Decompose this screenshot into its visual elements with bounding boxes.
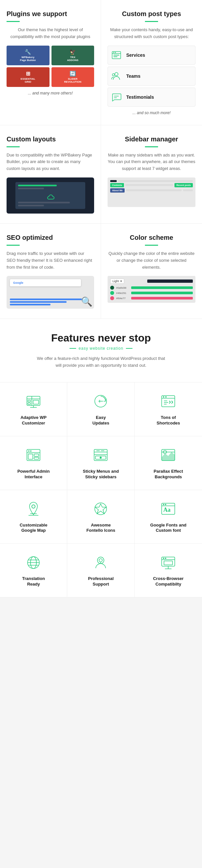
plugin-wpbakery: 🔧 WPBakeryPage Builder xyxy=(6,45,49,65)
svg-point-73 xyxy=(165,558,166,559)
svg-point-6 xyxy=(115,72,118,76)
adaptive-wp-svg xyxy=(25,393,42,409)
plugins-desc: Our theme has the highest level of compa… xyxy=(6,27,94,40)
features-title: Features never stop xyxy=(10,332,192,344)
color-scheme-image: Light ▾ #0a5d38 #46e291 #f04 xyxy=(107,276,196,303)
sticky-svg xyxy=(93,447,109,463)
sb-btn-aboutme: About Me xyxy=(110,188,125,192)
layout-line-1 xyxy=(18,185,57,186)
layouts-sidebar-row: Custom layouts Due to compatibility with… xyxy=(0,125,202,224)
teams-label: Teams xyxy=(126,73,140,79)
services-icon xyxy=(110,49,122,61)
color-scheme-line xyxy=(145,245,158,246)
feature-easy-updates: EasyUpdates xyxy=(67,382,134,436)
services-svg xyxy=(111,50,122,60)
color-top-bar xyxy=(147,279,193,283)
svg-rect-14 xyxy=(28,403,31,404)
svg-rect-69 xyxy=(164,561,172,565)
cross-browser-svg xyxy=(160,554,176,571)
feature-fontello: AwesomeFontello Icons xyxy=(67,490,134,544)
parallax-label: Parallax EffectBackgrounds xyxy=(154,469,183,480)
color-scheme-title: Color scheme xyxy=(107,234,196,242)
color-select-dropdown[interactable]: Light ▾ xyxy=(110,279,124,284)
color-row-2: #46e291 xyxy=(110,291,193,295)
color-bar-1 xyxy=(131,286,193,289)
sidebar-manager-section: Sidebar manager Make as many sidebars wi… xyxy=(101,125,202,224)
fontello-svg xyxy=(93,501,109,517)
svg-point-72 xyxy=(163,558,164,559)
features-header: Features never stop easy website creatio… xyxy=(0,319,202,382)
svg-point-52 xyxy=(95,503,107,515)
svg-point-49 xyxy=(32,505,35,508)
fontello-icon xyxy=(92,500,110,518)
color-row-1: #0a5d38 xyxy=(110,286,193,290)
custom-layouts-line xyxy=(6,146,20,147)
google-logo: Google xyxy=(10,279,81,286)
seo-desc: Drag more traffic to your website with o… xyxy=(6,250,94,271)
easy-updates-icon xyxy=(92,392,110,410)
easy-updates-label: EasyUpdates xyxy=(93,415,109,426)
svg-rect-34 xyxy=(28,454,33,459)
cpt-green-line xyxy=(145,21,158,22)
sticky-label: Sticky Menus andSticky sidebars xyxy=(83,469,119,480)
seo-line xyxy=(6,245,20,246)
svg-point-37 xyxy=(28,451,30,452)
feature-adaptive-wp: Adaptive WPCustomizer xyxy=(0,382,67,436)
sb-row-3: About Me xyxy=(110,188,193,192)
color-top-row: Light ▾ xyxy=(110,279,193,284)
layout-line-4 xyxy=(18,205,44,206)
layout-screen xyxy=(15,182,86,209)
adaptive-wp-icon xyxy=(25,392,43,410)
feature-cross-browser: Cross-BrowserCompatibilty xyxy=(135,544,202,597)
support-label: ProfessionalSupport xyxy=(88,576,113,587)
cpt-testimonials: Testimonials xyxy=(107,88,196,106)
sb-dots xyxy=(110,180,117,182)
feature-admin: Powerful AdminInterface xyxy=(0,436,67,490)
plugins-section: Plugins we support Our theme has the hig… xyxy=(0,0,101,125)
svg-rect-36 xyxy=(34,457,39,459)
svg-point-43 xyxy=(100,457,102,459)
sidebar-manager-image: Contents Recent posts About Me xyxy=(107,178,196,207)
svg-point-23 xyxy=(163,396,164,398)
custom-layouts-desc: Due to compatibility with the WPBakery P… xyxy=(6,152,94,172)
plugin-essential: ⊞ ESSENTIALGRID xyxy=(6,67,49,87)
translation-icon xyxy=(25,553,43,571)
svg-point-58 xyxy=(165,504,166,505)
google-map-label: CustomizableGoogle Map xyxy=(20,523,47,534)
feature-support: ProfessionalSupport xyxy=(67,544,134,597)
sidebar-manager-title: Sidebar manager xyxy=(107,135,196,143)
color-bar-2 xyxy=(131,291,193,294)
svg-line-31 xyxy=(171,402,173,403)
feature-translation: TranslationReady xyxy=(0,544,67,597)
svg-rect-15 xyxy=(33,400,39,404)
fonts-label: Google Fonts andCustom font xyxy=(150,523,187,534)
translation-svg xyxy=(25,554,42,571)
svg-point-3 xyxy=(115,52,116,53)
translation-label: TranslationReady xyxy=(22,576,44,587)
fonts-icon: Aa xyxy=(159,500,177,518)
plugins-grid: 🔧 WPBakeryPage Builder 🦅 TRXADDONS ⊞ ESS… xyxy=(6,45,94,87)
services-label: Services xyxy=(126,53,145,58)
color-scheme-desc: Quickly change the color of the entire w… xyxy=(107,250,196,271)
fontello-label: AwesomeFontello Icons xyxy=(86,523,115,534)
seo-lines xyxy=(10,299,91,305)
search-icon-big: 🔍 xyxy=(81,296,93,307)
feature-fonts: Aa Google Fonts andCustom font xyxy=(135,490,202,544)
easy-updates-svg xyxy=(93,393,109,409)
shortcodes-label: Tons ofShortcodes xyxy=(157,415,180,426)
testimonials-label: Testimonials xyxy=(126,94,154,100)
sidebar-manager-desc: Make as many sidebars with ads as you wa… xyxy=(107,152,196,172)
parallax-icon xyxy=(159,446,177,464)
plugins-and-more: ... and many more others! xyxy=(6,91,94,95)
svg-point-2 xyxy=(113,52,114,53)
sidebar-manager-line xyxy=(145,146,158,147)
sb-row-1 xyxy=(110,180,193,182)
fonts-svg: Aa xyxy=(160,501,176,517)
color-bar-3 xyxy=(131,297,193,300)
svg-marker-53 xyxy=(95,504,106,514)
sb-row-2: Contents Recent posts xyxy=(110,183,193,187)
plugin-slider: 🔄 SLIDERREVOLUTION xyxy=(52,67,95,87)
plugins-green-line xyxy=(6,21,20,22)
feature-shortcodes: Tons ofShortcodes xyxy=(135,382,202,436)
seo-line-3 xyxy=(10,304,50,305)
